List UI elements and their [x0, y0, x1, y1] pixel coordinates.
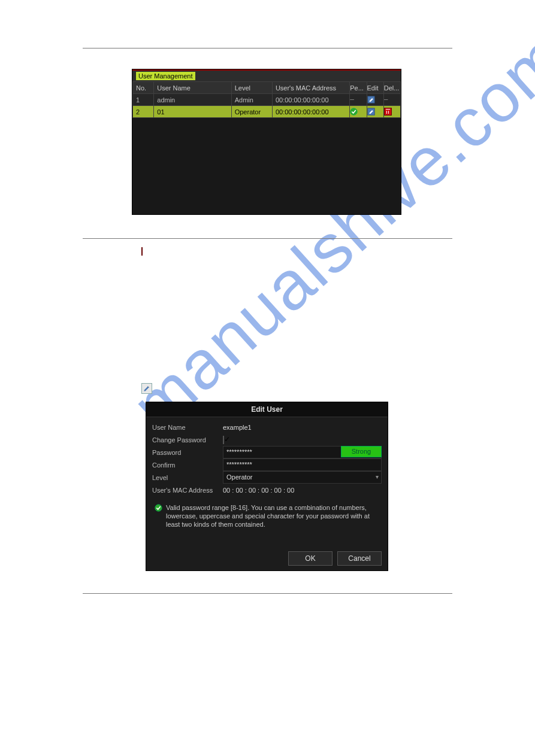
panel-title: User Management: [132, 71, 401, 81]
cell-level: Operator: [231, 106, 272, 118]
change-password-checkbox[interactable]: [223, 436, 224, 444]
col-no: No.: [133, 82, 154, 94]
cell-delete: –: [383, 94, 400, 106]
cell-username: 01: [154, 106, 231, 118]
user-management-panel: User Management No. User Name Level User…: [132, 69, 401, 215]
hint-text: Valid password range [8-16]. You can use…: [166, 503, 379, 529]
cell-permission: –: [350, 94, 367, 106]
user-table: No. User Name Level User's MAC Address P…: [132, 81, 401, 118]
cell-edit[interactable]: [367, 94, 383, 106]
cell-no: 1: [133, 94, 154, 106]
ok-button[interactable]: OK: [288, 551, 333, 566]
label-username: User Name: [152, 424, 223, 431]
divider: [83, 238, 452, 239]
cell-no: 2: [133, 106, 154, 118]
label-change-password: Change Password: [152, 436, 223, 444]
value-username: example1: [223, 424, 382, 431]
cell-permission[interactable]: [350, 106, 367, 118]
col-mac: User's MAC Address: [272, 82, 349, 94]
cell-edit[interactable]: [367, 106, 383, 118]
mac-field[interactable]: 00 : 00 : 00 : 00 : 00 : 00: [223, 487, 382, 494]
edit-icon: [141, 383, 152, 394]
trash-icon[interactable]: [384, 108, 392, 116]
svg-point-3: [155, 505, 162, 511]
label-password: Password: [152, 449, 223, 456]
table-row[interactable]: 1 admin Admin 00:00:00:00:00:00 – –: [133, 94, 401, 106]
trash-icon: [141, 248, 143, 255]
edit-user-dialog: Edit User User Name example1 Change Pass…: [146, 402, 388, 571]
level-dropdown[interactable]: Operator: [223, 471, 382, 484]
cell-username: admin: [154, 94, 231, 106]
col-level: Level: [231, 82, 272, 94]
panel-title-label: User Management: [136, 72, 195, 80]
edit-icon[interactable]: [367, 96, 375, 104]
cancel-button[interactable]: Cancel: [337, 551, 382, 566]
col-edit: Edit: [367, 82, 383, 94]
label-level: Level: [152, 474, 223, 481]
dialog-title: Edit User: [146, 402, 388, 417]
check-icon: [155, 504, 162, 512]
label-mac: User's MAC Address: [152, 487, 223, 494]
password-hint: Valid password range [8-16]. You can use…: [146, 496, 388, 529]
col-permission: Pe...: [350, 82, 367, 94]
table-row[interactable]: 2 01 Operator 00:00:00:00:00:00: [133, 106, 401, 118]
check-icon[interactable]: [350, 108, 358, 116]
edit-icon[interactable]: [367, 108, 375, 116]
confirm-field[interactable]: **********: [223, 459, 382, 471]
cell-delete[interactable]: [383, 106, 400, 118]
cell-mac: 00:00:00:00:00:00: [272, 106, 349, 118]
cell-level: Admin: [231, 94, 272, 106]
divider: [83, 593, 452, 594]
divider: [83, 48, 452, 48]
label-confirm: Confirm: [152, 462, 223, 469]
col-delete: Del...: [383, 82, 400, 94]
col-username: User Name: [154, 82, 231, 94]
cell-mac: 00:00:00:00:00:00: [272, 94, 349, 106]
strength-badge: Strong: [341, 446, 382, 457]
svg-point-1: [350, 108, 357, 115]
